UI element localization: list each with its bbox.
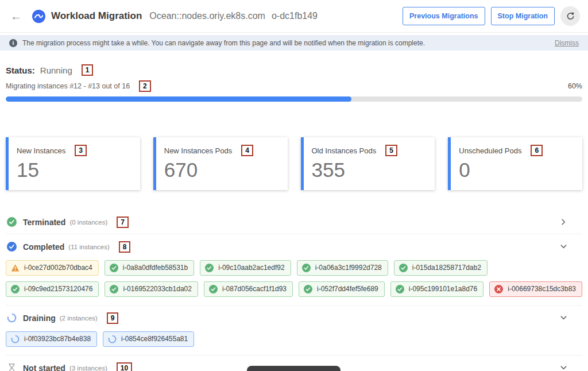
section-header[interactable]: Draining(2 instances)9 (6, 312, 582, 324)
check-circle-blue-icon (7, 242, 17, 252)
instance-id: i-052f7dd4fef5fe689 (317, 285, 378, 293)
section-draining: Draining(2 instances)9i-0f03923bc87b4e83… (6, 306, 582, 355)
instance-id: i-015da18258717dab2 (412, 264, 481, 272)
chevron-down-icon[interactable] (560, 364, 567, 371)
instance-id: i-087d056cacf1f1d93 (222, 285, 287, 293)
section-title: Draining (23, 314, 56, 323)
instance-id: i-0a06a3c1f9992d728 (315, 264, 382, 272)
back-arrow-icon[interactable]: ← (10, 10, 22, 22)
section-count: (0 instances) (69, 219, 107, 226)
summary-card: New Instances315 (6, 137, 140, 190)
warning-triangle-icon (11, 264, 20, 272)
instance-sections: Terminated(0 instances)7Completed(11 ins… (6, 210, 582, 371)
check-circle-icon (205, 264, 214, 272)
annotation-marker-8: 8 (119, 241, 131, 253)
status-label: Status: (6, 65, 35, 75)
header-actions: Previous Migrations Stop Migration (403, 6, 580, 26)
previous-migrations-button[interactable]: Previous Migrations (403, 7, 485, 25)
info-icon: i (9, 39, 17, 47)
banner-message: The migration process might take a while… (22, 39, 425, 47)
spinner-icon (11, 335, 20, 343)
instance-chip: i-09c10aab2ac1edf92 (200, 260, 291, 276)
annotation-marker-10: 10 (117, 362, 132, 371)
stop-migration-button[interactable]: Stop Migration (491, 7, 555, 25)
instance-id: i-0ce27d002b70dbac4 (24, 264, 92, 272)
status-line: Status: Running 1 (6, 64, 582, 76)
check-circle-icon (110, 264, 118, 272)
spinner-icon (7, 313, 17, 323)
migration-detail-line: Migrating instances #12 - #13 out of 16 … (6, 80, 582, 92)
card-label: Old Instances Pods (312, 146, 377, 155)
instance-chip-list: i-0ce27d002b70dbac4i-0a8a0dfdfeb58531bi-… (6, 260, 582, 297)
section-count: (2 instances) (60, 315, 98, 322)
section-count: (3 instances) (69, 365, 107, 371)
card-label: New Instances Pods (164, 146, 233, 155)
instance-chip-list: i-0f03923bc87b4e838i-0854ce8f926455a81 (6, 331, 582, 347)
instance-chip: i-0ce27d002b70dbac4 (6, 260, 99, 276)
section-count: (11 instances) (68, 244, 109, 250)
refresh-icon (566, 11, 575, 21)
instance-id: i-00669738c15dc3b83 (508, 285, 576, 293)
card-label-row: Old Instances Pods5 (312, 145, 427, 156)
progress-bar (6, 96, 582, 102)
progress-percent: 60% (568, 82, 582, 90)
check-circle-icon (304, 285, 312, 293)
instance-id: i-0f03923bc87b4e838 (24, 335, 91, 343)
ocean-id: o-dc1fb149 (272, 11, 318, 21)
instance-chip: i-0169522033cb1da02 (105, 281, 198, 297)
dismiss-link[interactable]: Dismiss (555, 39, 579, 47)
section-title: Not started (23, 364, 65, 371)
instance-chip: i-0a8a0dfdfeb58531b (105, 260, 194, 276)
card-label: Unscheduled Pods (459, 146, 521, 155)
check-circle-icon (396, 285, 404, 293)
section-header[interactable]: Terminated(0 instances)7 (6, 217, 582, 228)
instance-chip: i-015da18258717dab2 (394, 260, 488, 276)
migration-detail-text: Migrating instances #12 - #13 out of 16 (6, 82, 130, 90)
refresh-button[interactable] (560, 6, 580, 26)
card-value: 355 (312, 159, 427, 181)
page-title: Workload Migration (51, 10, 142, 22)
instance-id: i-09c10aab2ac1edf92 (218, 264, 284, 272)
instance-id: i-0a8a0dfdfeb58531b (123, 264, 188, 272)
chevron-right-icon[interactable] (560, 218, 567, 226)
check-circle-icon (302, 264, 311, 272)
check-circle-icon (110, 285, 118, 293)
summary-card: New Instances Pods4670 (153, 137, 288, 190)
annotation-marker-4: 4 (241, 145, 253, 156)
summary-card: Unscheduled Pods60 (448, 137, 582, 190)
instance-chip: i-0a06a3c1f9992d728 (297, 260, 388, 276)
check-circle-icon (399, 264, 408, 272)
instance-id: i-09c9ed21573120476 (24, 285, 92, 293)
summary-card: Old Instances Pods5355 (301, 137, 435, 190)
main-content: Status: Running 1 Migrating instances #1… (0, 64, 588, 371)
hourglass-icon (7, 363, 17, 371)
annotation-marker-9: 9 (107, 312, 119, 324)
progress-bar-fill (6, 96, 351, 102)
error-circle-icon (494, 285, 503, 293)
annotation-marker-1: 1 (82, 64, 94, 76)
instance-chip: i-00669738c15dc3b83 (489, 281, 582, 297)
card-value: 0 (459, 159, 574, 181)
section-completed: Completed(11 instances)8i-0ce27d002b70db… (6, 234, 582, 306)
check-circle-icon (209, 285, 218, 293)
card-value: 15 (17, 159, 132, 181)
summary-cards: New Instances315New Instances Pods4670Ol… (6, 137, 582, 190)
card-label-row: New Instances3 (17, 145, 132, 156)
instance-chip: i-095c199101e1a8d76 (390, 281, 483, 297)
check-circle-green-icon (7, 217, 17, 227)
section-terminated: Terminated(0 instances)7 (6, 210, 582, 234)
instance-chip: i-087d056cacf1f1d93 (204, 281, 293, 297)
header: ← Workload Migration Ocean::nodes.oriy.e… (0, 0, 588, 33)
annotation-marker-7: 7 (117, 217, 129, 228)
section-header[interactable]: Completed(11 instances)8 (6, 241, 582, 253)
annotation-marker-6: 6 (531, 145, 543, 156)
instance-chip: i-052f7dd4fef5fe689 (299, 281, 385, 297)
annotation-marker-2: 2 (139, 80, 151, 92)
status-value: Running (40, 65, 72, 75)
section-title: Completed (23, 242, 64, 252)
ocean-cluster-name: Ocean::nodes.oriy.ek8s.com (149, 11, 265, 21)
chevron-down-icon[interactable] (560, 243, 567, 250)
spinner-icon (108, 335, 117, 343)
annotation-marker-5: 5 (385, 145, 397, 156)
chevron-down-icon[interactable] (560, 314, 567, 322)
